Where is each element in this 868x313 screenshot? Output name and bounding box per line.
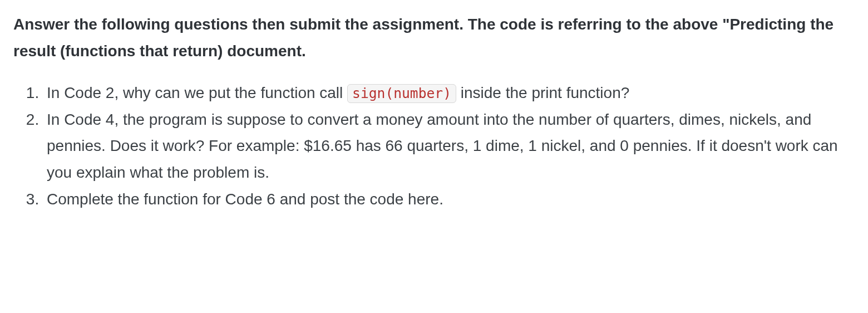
question-list: In Code 2, why can we put the function c… <box>13 80 855 212</box>
question-3: Complete the function for Code 6 and pos… <box>43 186 855 213</box>
question-1-text-post: inside the print function? <box>456 84 629 101</box>
question-2: In Code 4, the program is suppose to con… <box>43 106 855 186</box>
question-1: In Code 2, why can we put the function c… <box>43 80 855 106</box>
question-2-text: In Code 4, the program is suppose to con… <box>47 111 838 181</box>
assignment-intro: Answer the following questions then subm… <box>13 11 855 64</box>
inline-code-sign-number: sign(number) <box>347 84 456 103</box>
question-1-text-pre: In Code 2, why can we put the function c… <box>47 84 347 101</box>
question-3-text: Complete the function for Code 6 and pos… <box>47 190 443 208</box>
